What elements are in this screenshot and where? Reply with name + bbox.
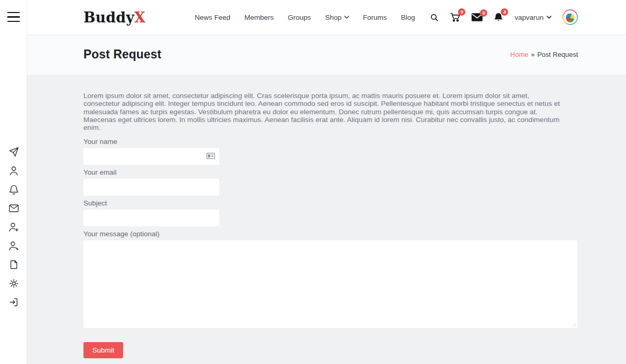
subject-input[interactable] [83,210,219,226]
user-arrow-icon[interactable] [7,239,20,252]
left-icon-rail [0,0,27,364]
message-field-group: Your message (optional) [83,230,578,328]
cart-icon[interactable]: 0 [450,12,461,22]
search-icon[interactable] [430,13,439,22]
nav-item-shop[interactable]: Shop [325,14,349,21]
rail-icon-list [0,145,27,309]
page-title: Post Request [83,47,161,62]
intro-paragraph: Lorem ipsum dolor sit amet, consectetur … [83,92,567,131]
message-label: Your message (optional) [83,230,578,238]
breadcrumb-separator: » [531,51,535,58]
document-icon[interactable] [7,258,20,271]
username: vapvarun [514,14,544,21]
header-icon-cluster: 0 0 4 vapvarun [430,9,578,25]
cart-badge: 0 [458,8,465,16]
settings-gear-icon[interactable] [7,276,20,290]
user-menu[interactable]: vapvarun [514,14,551,21]
header-right: News Feed Members Groups Shop Forums Blo… [195,9,578,25]
user-icon[interactable] [7,164,20,177]
avatar[interactable] [562,9,578,25]
login-icon[interactable] [7,295,20,309]
logo-accent: X [134,9,145,26]
page-title-band: Post Request Home » Post Request [27,34,626,75]
send-icon[interactable] [7,145,20,159]
nav-item-news-feed[interactable]: News Feed [195,14,230,21]
chevron-down-icon [547,16,551,19]
submit-button[interactable]: Submit [83,342,123,358]
message-textarea[interactable] [83,240,577,328]
subject-field-group: Subject [83,199,578,226]
name-field-group: Your name [83,138,578,165]
email-field-group: Your email [83,168,578,196]
bell-icon[interactable] [7,183,20,196]
mail-icon[interactable] [7,201,20,215]
email-input[interactable] [83,179,219,196]
name-input[interactable] [83,148,219,165]
nav-item-members[interactable]: Members [245,14,274,21]
messages-badge: 0 [480,9,487,17]
main-content: Lorem ipsum dolor sit amet, consectetur … [27,75,626,364]
logo-text: Buddy [83,9,134,26]
hamburger-menu-icon[interactable] [7,12,20,22]
email-label: Your email [83,168,578,176]
nav-item-forums[interactable]: Forums [363,14,387,21]
subject-label: Subject [83,199,578,207]
nav-item-groups[interactable]: Groups [288,14,311,21]
site-logo[interactable]: BuddyX [83,9,146,26]
nav-item-blog[interactable]: Blog [401,14,415,21]
breadcrumb-current: Post Request [537,51,578,58]
notifications-badge: 4 [501,8,508,16]
name-label: Your name [83,138,578,145]
user-plus-icon[interactable] [7,220,20,234]
site-header: BuddyX News Feed Members Groups Shop For… [27,0,626,34]
chevron-down-icon [344,16,349,19]
breadcrumb-home-link[interactable]: Home [510,51,528,58]
notifications-bell-icon[interactable]: 4 [493,12,503,22]
post-request-form: Your name Your email Subject Your messag… [83,138,578,358]
breadcrumb: Home » Post Request [510,51,578,58]
messages-icon[interactable]: 0 [472,13,483,21]
